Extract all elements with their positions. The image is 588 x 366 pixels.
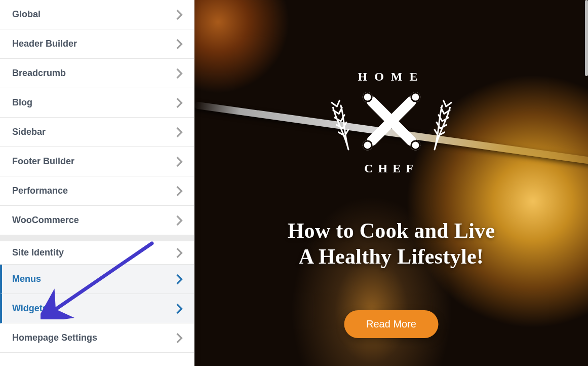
sidebar-item-label: Performance: [12, 186, 68, 196]
sidebar-item-label: Global: [12, 9, 41, 20]
sidebar-item-label: Footer Builder: [12, 156, 74, 167]
chevron-right-icon: [176, 9, 183, 20]
chevron-right-icon: [176, 97, 183, 108]
sidebar-item-performance[interactable]: Performance: [0, 176, 194, 206]
hero-heading: How to Cook and Live A Healthy Lifestyle…: [194, 218, 588, 270]
sidebar-item-breadcrumb[interactable]: Breadcrumb: [0, 59, 194, 88]
chevron-right-icon: [176, 247, 183, 259]
chevron-right-icon: [176, 156, 183, 167]
sidebar-item-label: Widgets: [12, 303, 48, 314]
chevron-right-icon: [176, 186, 183, 197]
sidebar-item-widgets[interactable]: Widgets: [0, 294, 194, 323]
hero-line-1: How to Cook and Live: [288, 219, 495, 242]
read-more-button[interactable]: Read More: [344, 310, 439, 338]
wheat-left-icon: [326, 90, 355, 152]
customizer-sidebar: Global Header Builder Breadcrumb Blog Si…: [0, 0, 194, 366]
hero-line-2: A Healthy Lifestyle!: [299, 245, 484, 268]
sidebar-item-blog[interactable]: Blog: [0, 88, 194, 118]
chevron-right-icon: [176, 39, 183, 50]
chevron-right-icon: [176, 68, 183, 79]
chevron-right-icon: [176, 215, 183, 226]
sidebar-item-label: WooCommerce: [12, 215, 79, 226]
sidebar-item-footer-builder[interactable]: Footer Builder: [0, 147, 194, 176]
sidebar-item-label: Header Builder: [12, 39, 77, 49]
sidebar-item-label: Blog: [12, 97, 32, 108]
logo-text-bottom: CHEF: [364, 162, 418, 175]
sidebar-item-sidebar[interactable]: Sidebar: [0, 118, 194, 147]
preview-scrollbar[interactable]: [585, 0, 588, 76]
chevron-right-icon: [176, 333, 183, 344]
site-preview: HOME CHEF How to Cook and Live A Healthy…: [194, 0, 588, 366]
sidebar-item-woocommerce[interactable]: WooCommerce: [0, 206, 194, 235]
sidebar-item-label: Menus: [12, 274, 41, 284]
sidebar-item-homepage-settings[interactable]: Homepage Settings: [0, 323, 194, 353]
sidebar-item-label: Site Identity: [12, 247, 64, 258]
sidebar-item-menus[interactable]: Menus: [0, 265, 194, 294]
sidebar-item-global[interactable]: Global: [0, 0, 194, 29]
sidebar-item-label: Breadcrumb: [12, 68, 66, 79]
wheat-right-icon: [427, 90, 456, 152]
sidebar-item-header-builder[interactable]: Header Builder: [0, 29, 194, 59]
logo-mark: [356, 86, 427, 157]
chevron-right-icon: [176, 303, 183, 314]
logo-text-top: HOME: [358, 70, 425, 84]
sidebar-item-site-identity[interactable]: Site Identity: [0, 235, 194, 265]
sidebar-item-label: Homepage Settings: [12, 333, 97, 343]
site-logo: HOME CHEF: [338, 66, 445, 193]
chevron-right-icon: [176, 127, 183, 138]
chevron-right-icon: [176, 274, 183, 285]
sidebar-item-label: Sidebar: [12, 127, 46, 137]
